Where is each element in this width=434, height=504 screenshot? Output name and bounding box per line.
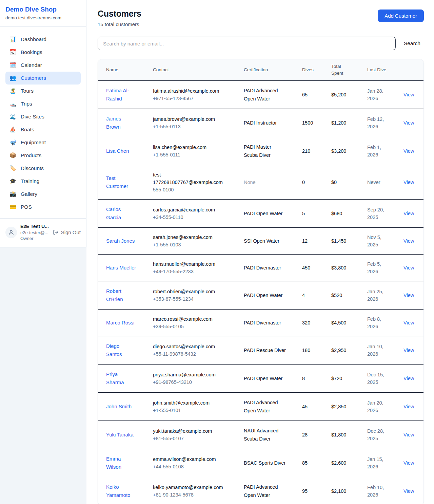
cell-contact: john.smith@example.com+1-555-0101 xyxy=(145,393,236,421)
customer-certification: PADI Advanced Open Water xyxy=(244,484,278,498)
cell-contact: james.brown@example.com+1-555-0113 xyxy=(145,109,236,137)
cell-action: View xyxy=(395,449,423,477)
customer-phone: +44-555-0108 xyxy=(153,463,228,470)
table-row: Emma Wilsonemma.wilson@example.com+44-55… xyxy=(98,449,423,477)
view-customer-link[interactable]: View xyxy=(403,180,414,185)
customer-name-link[interactable]: Carlos Garcia xyxy=(106,205,137,222)
sidebar-item-label: Products xyxy=(21,152,41,158)
customer-name-link[interactable]: Sarah Jones xyxy=(106,237,135,245)
cell-name: Sarah Jones xyxy=(98,228,145,255)
view-customer-link[interactable]: View xyxy=(403,148,414,154)
view-customer-link[interactable]: View xyxy=(403,265,414,270)
customer-name-link[interactable]: Priya Sharma xyxy=(106,370,137,387)
sidebar-item-label: Boats xyxy=(21,127,34,133)
sidebar-item-equipment[interactable]: 🤿Equipment xyxy=(5,136,81,149)
people-icon: 👥 xyxy=(9,75,16,81)
view-customer-link[interactable]: View xyxy=(403,211,414,216)
sidebar-item-label: Bookings xyxy=(21,49,42,55)
page-header: Customers 15 total customers Add Custome… xyxy=(98,9,424,27)
table-row: Keiko Yamamotokeiko.yamamoto@example.com… xyxy=(98,477,423,504)
customer-dives: 320 xyxy=(294,310,323,336)
customer-table-body: Fatima Al-Rashidfatima.alrashid@example.… xyxy=(98,81,423,504)
customer-email: lisa.chen@example.com xyxy=(153,144,228,151)
sidebar-item-discounts[interactable]: 🏷️Discounts xyxy=(5,162,81,175)
customer-name-link[interactable]: Keiko Yamamoto xyxy=(106,483,137,499)
sidebar-item-boats[interactable]: ⛵Boats xyxy=(5,123,81,136)
table-header-row: NameContactCertificationDivesTotal Spent… xyxy=(98,59,423,81)
customer-name-link[interactable]: Test Customer xyxy=(106,174,137,190)
sidebar-item-label: Training xyxy=(21,178,39,184)
customer-name-link[interactable]: James Brown xyxy=(106,115,137,131)
customer-last-dive: Feb 12, 2026 xyxy=(359,109,395,137)
sign-out-button[interactable]: Sign Out xyxy=(53,229,81,235)
table-row: Hans Muellerhans.mueller@example.com+49-… xyxy=(98,255,423,281)
table-row: Priya Sharmapriya.sharma@example.com+91-… xyxy=(98,365,423,393)
sidebar-item-training[interactable]: 🎓Training xyxy=(5,175,81,188)
search-bar: Search xyxy=(98,37,424,50)
sidebar-item-gallery[interactable]: 📸Gallery xyxy=(5,188,81,201)
sidebar-item-trips[interactable]: 🛥️Trips xyxy=(5,97,81,110)
table-row: Yuki Tanakayuki.tanaka@example.com+81-55… xyxy=(98,421,423,449)
customer-name-link[interactable]: Marco Rossi xyxy=(106,319,134,327)
sidebar-item-customers[interactable]: 👥Customers xyxy=(5,72,81,85)
sidebar-item-dive-sites[interactable]: 🌊Dive Sites xyxy=(5,110,81,123)
cell-contact: robert.obrien@example.com+353-87-555-123… xyxy=(145,281,236,310)
brand-domain: demo.test.divestreams.com xyxy=(5,15,81,20)
customer-certification: PADI Advanced Open Water xyxy=(244,400,278,413)
view-customer-link[interactable]: View xyxy=(403,348,414,353)
customer-phone: +91-98765-43210 xyxy=(153,378,228,386)
customer-total-spent: $2,600 xyxy=(323,449,359,477)
customer-last-dive: Feb 5, 2026 xyxy=(359,255,395,281)
cell-name: Keiko Yamamoto xyxy=(98,477,145,504)
add-customer-button[interactable]: Add Customer xyxy=(378,10,424,22)
cell-name: Diego Santos xyxy=(98,336,145,365)
customer-name-link[interactable]: Hans Mueller xyxy=(106,264,136,272)
cell-action: View xyxy=(395,255,423,281)
sidebar-item-pos[interactable]: 💳POS xyxy=(5,201,81,213)
view-customer-link[interactable]: View xyxy=(403,320,414,325)
sidebar-item-dashboard[interactable]: 📊Dashboard xyxy=(5,33,81,46)
cell-contact: fatima.alrashid@example.com+971-55-123-4… xyxy=(145,81,236,109)
view-customer-link[interactable]: View xyxy=(403,293,414,298)
customer-name-link[interactable]: Diego Santos xyxy=(106,342,137,358)
sidebar-item-tours[interactable]: 🏝️Tours xyxy=(5,85,81,97)
column-header-last-dive: Last Dive xyxy=(359,59,395,81)
user-role: Owner xyxy=(20,236,50,242)
customer-email: priya.sharma@example.com xyxy=(153,371,228,378)
sidebar-item-bookings[interactable]: 📅Bookings xyxy=(5,46,81,59)
cell-name: Hans Mueller xyxy=(98,255,145,281)
view-customer-link[interactable]: View xyxy=(403,404,414,409)
view-customer-link[interactable]: View xyxy=(403,460,414,466)
cell-certification: PADI Master Scuba Diver xyxy=(236,137,294,165)
customer-name-link[interactable]: Robert O'Brien xyxy=(106,287,137,303)
search-button[interactable]: Search xyxy=(400,38,424,49)
customer-name-link[interactable]: Lisa Chen xyxy=(106,147,129,155)
view-customer-link[interactable]: View xyxy=(403,238,414,244)
cell-certification: PADI Open Water xyxy=(236,200,294,228)
search-input[interactable] xyxy=(98,37,396,50)
cell-name: Carlos Garcia xyxy=(98,200,145,228)
customer-phone: +81-555-0107 xyxy=(153,435,228,442)
customer-last-dive: Feb 8, 2026 xyxy=(359,310,395,336)
customer-email: test-1772681807767@example.com xyxy=(153,171,228,186)
view-customer-link[interactable]: View xyxy=(403,92,414,97)
sidebar-item-label: Gallery xyxy=(21,191,37,197)
customer-name-link[interactable]: John Smith xyxy=(106,403,132,411)
customer-name-link[interactable]: Fatima Al-Rashid xyxy=(106,87,137,103)
sidebar-item-calendar[interactable]: 🗓️Calendar xyxy=(5,59,81,72)
cell-action: View xyxy=(395,165,423,200)
customer-email: marco.rossi@example.com xyxy=(153,315,228,323)
sidebar-item-products[interactable]: 📦Products xyxy=(5,149,81,162)
customer-total-spent: $520 xyxy=(323,281,359,310)
view-customer-link[interactable]: View xyxy=(403,488,414,494)
view-customer-link[interactable]: View xyxy=(403,432,414,437)
table-row: Carlos Garciacarlos.garcia@example.com+3… xyxy=(98,200,423,228)
view-customer-link[interactable]: View xyxy=(403,376,414,381)
customer-last-dive: Jan 28, 2026 xyxy=(359,81,395,109)
view-customer-link[interactable]: View xyxy=(403,120,414,126)
customer-phone: +971-55-123-4567 xyxy=(153,95,228,102)
credit-card-icon: 💳 xyxy=(9,204,16,210)
customer-total-spent: $3,800 xyxy=(323,255,359,281)
customer-name-link[interactable]: Emma Wilson xyxy=(106,455,137,471)
customer-name-link[interactable]: Yuki Tanaka xyxy=(106,431,134,439)
